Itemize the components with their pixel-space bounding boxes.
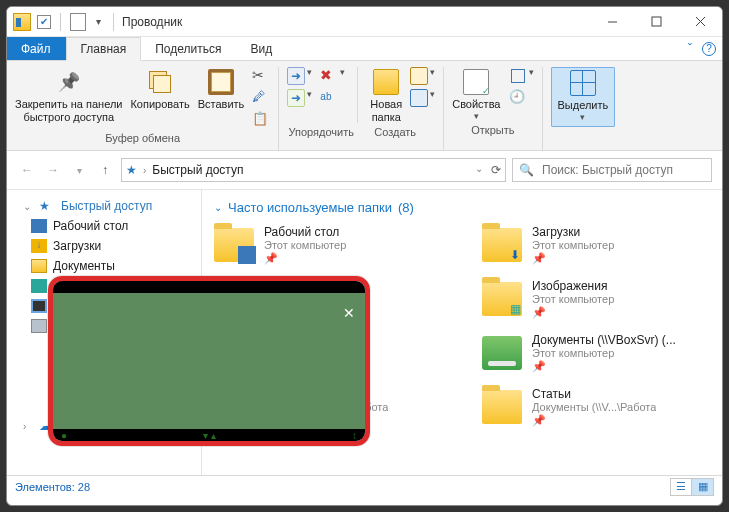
folder-icon — [482, 336, 522, 370]
pin-icon: 📌 — [532, 306, 614, 319]
recent-locations-button[interactable]: ▾ — [69, 160, 89, 180]
maximize-button[interactable] — [634, 7, 678, 37]
new-folder-button[interactable]: Новая папка — [370, 67, 402, 123]
status-count: 28 — [78, 481, 90, 493]
easy-access-button[interactable] — [410, 89, 428, 107]
search-icon: 🔍 — [519, 163, 534, 177]
cut-button[interactable] — [252, 67, 270, 85]
folder-icon — [214, 228, 254, 262]
folder-name: Изображения — [532, 279, 614, 293]
tab-view[interactable]: Вид — [236, 37, 287, 60]
address-bar[interactable]: ★ › Быстрый доступ ⌄ ⟳ — [121, 158, 506, 182]
star-icon — [39, 199, 55, 213]
ribbon-collapse-button[interactable]: ˇ — [688, 42, 692, 56]
tab-file[interactable]: Файл — [7, 37, 66, 60]
nav-quick-access[interactable]: ⌄ Быстрый доступ — [7, 196, 201, 216]
folder-name: Документы (\\VBoxSvr) (... — [532, 333, 676, 347]
preview-indicator-right: ↕ — [352, 430, 357, 441]
status-bar: Элементов: 28 ☰ ▦ — [7, 475, 722, 497]
folder-icon: ⬇ — [482, 228, 522, 262]
folder-sub: Этот компьютер — [264, 239, 346, 251]
preview-indicator-center: ▾ ▴ — [203, 430, 216, 441]
app-icon — [13, 13, 31, 31]
history-button[interactable] — [509, 89, 527, 107]
ribbon: Закрепить на панели быстрого доступа Коп… — [7, 61, 722, 151]
folder-sub: Этот компьютер — [532, 293, 614, 305]
folder-item[interactable]: Рабочий столЭтот компьютер📌 — [214, 225, 442, 265]
nav-item[interactable]: Загрузки — [7, 236, 201, 256]
copy-button[interactable]: Копировать — [130, 67, 189, 111]
pin-icon — [56, 69, 82, 95]
folder-item[interactable]: ⬇ЗагрузкиЭтот компьютер📌 — [482, 225, 710, 265]
folder-icon — [482, 390, 522, 424]
pin-icon: 📌 — [532, 252, 614, 265]
svg-rect-1 — [652, 17, 661, 26]
folder-item[interactable]: ИзображенияЭтот компьютер📌 — [482, 279, 710, 319]
window-title: Проводник — [122, 15, 182, 29]
search-box[interactable]: 🔍 — [512, 158, 712, 182]
properties-icon — [463, 69, 489, 95]
search-input[interactable] — [540, 162, 705, 178]
qat-dropdown[interactable]: ▾ — [92, 16, 105, 27]
refresh-button[interactable]: ⟳ — [491, 163, 501, 177]
help-button[interactable]: ? — [702, 42, 716, 56]
qat-checkbox[interactable]: ✔ — [37, 15, 51, 29]
pin-icon: 📌 — [264, 252, 346, 265]
folder-icon — [482, 282, 522, 316]
folder-sub: Документы (\\V...\Работа — [532, 401, 656, 413]
group-label-organize: Упорядочить — [287, 123, 355, 142]
status-count-label: Элементов: — [15, 481, 75, 493]
copy-path-button[interactable] — [252, 89, 270, 107]
up-button[interactable]: ↑ — [95, 160, 115, 180]
pin-quick-access-button[interactable]: Закрепить на панели быстрого доступа — [15, 67, 122, 123]
preview-indicator-left: ● — [61, 430, 67, 441]
breadcrumb-dropdown[interactable]: ⌄ — [475, 163, 483, 177]
view-icons-button[interactable]: ▦ — [692, 478, 714, 496]
group-label-create: Создать — [355, 123, 435, 142]
title-bar: ✔ ▾ Проводник — [7, 7, 722, 37]
move-to-button[interactable] — [287, 67, 305, 85]
tab-home[interactable]: Главная — [66, 37, 142, 61]
paste-shortcut-button[interactable] — [252, 111, 270, 129]
folder-icon — [373, 69, 399, 95]
new-item-button[interactable] — [410, 67, 428, 85]
folder-sub: Этот компьютер — [532, 239, 614, 251]
copy-to-button[interactable] — [287, 89, 305, 107]
folder-name: Рабочий стол — [264, 225, 346, 239]
forward-button[interactable]: → — [43, 160, 63, 180]
back-button[interactable]: ← — [17, 160, 37, 180]
quick-access-icon: ★ — [126, 163, 137, 177]
section-header[interactable]: ⌄ Часто используемые папки (8) — [214, 200, 710, 215]
properties-button[interactable]: Свойства ▾ — [452, 67, 500, 121]
select-button[interactable]: Выделить ▾ — [551, 67, 616, 127]
folder-item[interactable]: СтатьиДокументы (\\V...\Работа📌 — [482, 387, 710, 427]
group-label-clipboard: Буфер обмена — [15, 129, 270, 148]
folder-name: Статьи — [532, 387, 656, 401]
pin-icon: 📌 — [532, 414, 656, 427]
tab-share[interactable]: Поделиться — [141, 37, 236, 60]
address-row: ← → ▾ ↑ ★ › Быстрый доступ ⌄ ⟳ 🔍 — [7, 151, 722, 190]
nav-item[interactable]: Рабочий стол — [7, 216, 201, 236]
close-button[interactable] — [678, 7, 722, 37]
delete-button[interactable] — [320, 67, 338, 85]
preview-close-button[interactable]: ✕ — [343, 305, 355, 321]
folder-name: Загрузки — [532, 225, 614, 239]
folder-item[interactable]: Документы (\\VBoxSvr) (...Этот компьютер… — [482, 333, 710, 373]
pin-icon: 📌 — [532, 360, 676, 373]
paste-button[interactable]: Вставить — [198, 67, 245, 111]
breadcrumb-root[interactable]: Быстрый доступ — [152, 163, 243, 177]
minimize-button[interactable] — [590, 7, 634, 37]
ribbon-tabs: Файл Главная Поделиться Вид ˇ ? — [7, 37, 722, 61]
group-label-open: Открыть — [452, 121, 533, 140]
copy-icon — [147, 69, 173, 95]
folder-sub: Этот компьютер — [532, 347, 676, 359]
qat-doc-icon[interactable] — [70, 13, 86, 31]
nav-item[interactable]: Документы — [7, 256, 201, 276]
open-button[interactable] — [509, 67, 527, 85]
select-icon — [570, 70, 596, 96]
paste-icon — [208, 69, 234, 95]
video-preview-overlay: ✕ ● ▾ ▴ ↕ — [48, 276, 370, 446]
view-details-button[interactable]: ☰ — [670, 478, 692, 496]
rename-button[interactable] — [320, 89, 338, 107]
